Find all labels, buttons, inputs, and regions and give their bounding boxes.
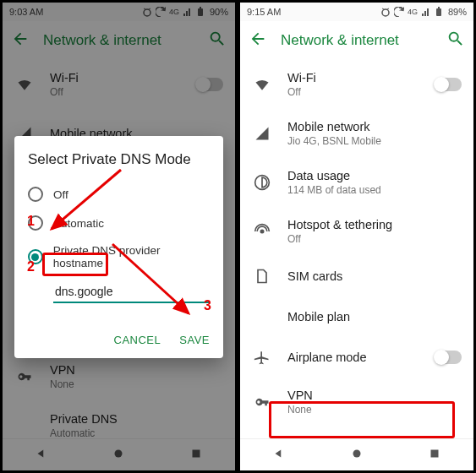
row-sub: Off bbox=[50, 86, 181, 98]
row-sub: Off bbox=[287, 86, 419, 98]
dialog-title: Select Private DNS Mode bbox=[28, 151, 210, 168]
row-title: Mobile network bbox=[287, 120, 462, 133]
row-title: Private DNS bbox=[50, 412, 223, 426]
row-mobile-plan[interactable]: Mobile plan bbox=[240, 296, 473, 337]
row-data-usage[interactable]: Data usage114 MB of data used bbox=[240, 158, 473, 207]
hotspot-icon bbox=[252, 223, 272, 240]
private-dns-dialog: Select Private DNS Mode Off Automatic Pr… bbox=[14, 136, 223, 358]
signal-icon bbox=[421, 7, 431, 17]
svg-rect-8 bbox=[436, 8, 441, 16]
airplane-toggle[interactable] bbox=[435, 351, 462, 364]
radio-automatic[interactable]: Automatic bbox=[28, 209, 210, 237]
row-wifi[interactable]: Wi-FiOff bbox=[240, 60, 473, 109]
airplane-icon bbox=[252, 349, 272, 366]
nav-home-icon[interactable] bbox=[111, 446, 126, 465]
svg-rect-2 bbox=[200, 7, 201, 8]
nav-recent-icon[interactable] bbox=[427, 446, 442, 465]
row-title: Data usage bbox=[287, 169, 462, 182]
battery-icon bbox=[435, 7, 445, 17]
radio-off[interactable]: Off bbox=[28, 180, 210, 209]
row-airplane[interactable]: Airplane mode bbox=[240, 337, 473, 378]
svg-point-10 bbox=[260, 230, 265, 234]
status-bar: 9:03 AM 4G 90% bbox=[3, 3, 235, 21]
nav-back-icon[interactable] bbox=[271, 446, 287, 465]
row-vpn[interactable]: VPNNone bbox=[3, 352, 235, 401]
row-title: Wi-Fi bbox=[287, 71, 419, 84]
row-hotspot[interactable]: Hotspot & tetheringOff bbox=[240, 207, 473, 256]
signal-icon bbox=[183, 7, 193, 17]
row-sub: Off bbox=[287, 233, 462, 245]
alarm-icon bbox=[380, 7, 391, 17]
search-icon[interactable] bbox=[208, 30, 227, 52]
svg-rect-9 bbox=[438, 7, 440, 8]
save-button[interactable]: SAVE bbox=[179, 334, 210, 346]
nav-bar bbox=[3, 438, 235, 470]
row-mobile[interactable]: Mobile networkJio 4G, BSNL Mobile bbox=[240, 109, 473, 158]
status-bar: 9:15 AM 4G 89% bbox=[240, 3, 473, 21]
row-vpn[interactable]: VPNNone bbox=[240, 378, 473, 427]
wifi-toggle[interactable] bbox=[196, 78, 223, 91]
nav-back-icon[interactable] bbox=[34, 446, 49, 465]
radio-hostname[interactable]: Private DNS provider hostname bbox=[28, 237, 210, 276]
sync-icon bbox=[394, 7, 404, 17]
row-title: Mobile plan bbox=[287, 310, 462, 323]
page-title: Network & internet bbox=[43, 32, 194, 49]
svg-point-7 bbox=[382, 9, 389, 16]
radio-label: Automatic bbox=[53, 217, 104, 230]
screenshot-left: 9:03 AM 4G 90% Network & internet Wi-FiO… bbox=[0, 0, 238, 473]
key-icon bbox=[14, 368, 35, 385]
row-wifi[interactable]: Wi-FiOff bbox=[3, 60, 235, 109]
row-title: Hotspot & tethering bbox=[287, 218, 462, 231]
nav-home-icon[interactable] bbox=[349, 446, 364, 465]
row-title: SIM cards bbox=[287, 269, 462, 283]
search-icon[interactable] bbox=[446, 30, 465, 52]
sync-icon bbox=[156, 7, 166, 17]
svg-rect-1 bbox=[198, 8, 203, 16]
row-title: Wi-Fi bbox=[50, 71, 181, 84]
row-sub: Jio 4G, BSNL Mobile bbox=[287, 135, 462, 147]
signal-icon bbox=[252, 125, 272, 142]
row-sub: Automatic bbox=[50, 427, 223, 439]
row-sim[interactable]: SIM cards bbox=[240, 256, 473, 296]
nav-bar bbox=[240, 438, 473, 470]
screenshot-right: 9:15 AM 4G 89% Network & internet Wi-FiO… bbox=[238, 0, 476, 473]
svg-point-3 bbox=[115, 449, 123, 457]
app-bar: Network & internet bbox=[240, 21, 473, 60]
back-icon[interactable] bbox=[249, 30, 267, 52]
svg-rect-12 bbox=[431, 449, 439, 457]
svg-point-0 bbox=[144, 9, 150, 16]
status-time: 9:03 AM bbox=[9, 7, 142, 17]
radio-label: Off bbox=[53, 188, 68, 201]
page-title: Network & internet bbox=[281, 32, 433, 49]
radio-label: Private DNS provider hostname bbox=[53, 244, 210, 269]
hostname-input[interactable] bbox=[53, 281, 210, 303]
svg-rect-4 bbox=[193, 449, 200, 457]
sim-icon bbox=[252, 268, 272, 285]
key-icon bbox=[252, 394, 272, 410]
back-icon[interactable] bbox=[11, 30, 30, 52]
status-time: 9:15 AM bbox=[247, 7, 380, 17]
svg-point-11 bbox=[353, 449, 361, 457]
row-title: Airplane mode bbox=[287, 351, 419, 364]
settings-list: Wi-FiOff Mobile networkJio 4G, BSNL Mobi… bbox=[240, 60, 473, 442]
battery-icon bbox=[196, 7, 206, 17]
wifi-icon bbox=[252, 76, 272, 93]
data-usage-icon bbox=[252, 174, 272, 191]
row-sub: 114 MB of data used bbox=[287, 184, 462, 196]
row-title: VPN bbox=[287, 389, 462, 402]
alarm-icon bbox=[142, 7, 152, 17]
network-type: 4G bbox=[169, 8, 179, 16]
wifi-toggle[interactable] bbox=[435, 78, 462, 91]
nav-recent-icon[interactable] bbox=[189, 446, 204, 465]
battery-pct: 89% bbox=[448, 7, 467, 17]
row-title: VPN bbox=[50, 363, 223, 377]
wifi-icon bbox=[14, 76, 35, 93]
app-bar: Network & internet bbox=[3, 21, 235, 60]
network-type: 4G bbox=[408, 8, 418, 16]
row-sub: None bbox=[50, 378, 223, 390]
battery-pct: 90% bbox=[210, 7, 228, 17]
row-sub: None bbox=[287, 404, 462, 416]
cancel-button[interactable]: CANCEL bbox=[114, 334, 161, 346]
